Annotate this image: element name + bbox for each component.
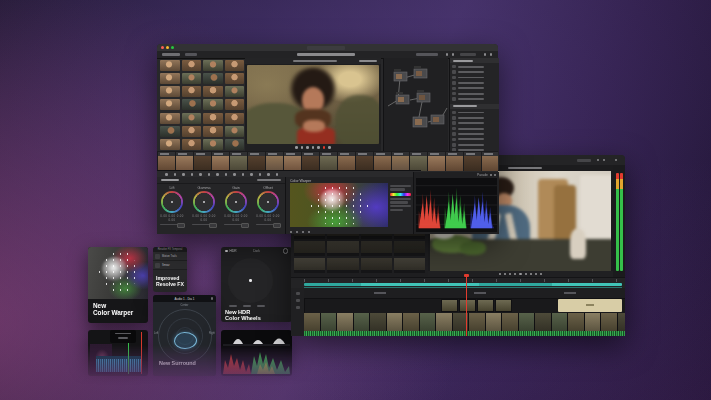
palette-icon[interactable] xyxy=(267,173,270,176)
master-wheel-slider[interactable] xyxy=(256,224,280,226)
media-pool-thumbnail[interactable] xyxy=(182,73,202,84)
media-pool-thumbnail[interactable] xyxy=(203,139,223,150)
media-pool-thumbnail[interactable] xyxy=(160,86,180,97)
transport-icon[interactable] xyxy=(519,273,521,275)
clip-thumbnail[interactable] xyxy=(535,313,552,331)
hdr-color-wheel[interactable] xyxy=(228,258,273,303)
warper-tool-icon[interactable] xyxy=(302,231,304,233)
color-warper-chromaticity-plot[interactable] xyxy=(290,183,388,227)
transport-icon[interactable] xyxy=(514,273,516,275)
timeline-clip[interactable] xyxy=(284,152,301,171)
timeline-clip[interactable] xyxy=(482,152,498,171)
timeline-clip[interactable] xyxy=(266,152,283,171)
media-pool-thumbnail[interactable] xyxy=(225,113,245,124)
gamma-wheel[interactable]: Gamma 0.00 0.00 0.00 0.00 xyxy=(189,186,219,225)
hdr-zone-label[interactable]: Dark xyxy=(221,249,292,253)
master-wheel-slider[interactable] xyxy=(224,224,248,226)
clip-thumbnail[interactable] xyxy=(502,313,519,331)
media-pool-thumbnail[interactable] xyxy=(182,126,202,137)
clip-thumbnail[interactable] xyxy=(459,299,476,312)
clip-thumbnail[interactable] xyxy=(354,313,371,331)
viewer-image-woman-portrait[interactable] xyxy=(247,65,379,144)
timeline-clip[interactable] xyxy=(338,152,355,171)
title-clip[interactable] xyxy=(558,299,622,312)
wheels-mode-label[interactable] xyxy=(257,179,281,181)
palette-icon[interactable] xyxy=(191,173,194,176)
timeline-clip[interactable] xyxy=(374,152,391,171)
toolbar-icon[interactable] xyxy=(490,53,493,56)
media-pool-thumbnail[interactable] xyxy=(203,113,223,124)
warper-tool-icon[interactable] xyxy=(290,231,292,233)
palette-icon[interactable] xyxy=(276,173,279,176)
clip-thumbnail[interactable] xyxy=(495,299,512,312)
track-header-icon[interactable] xyxy=(296,306,300,309)
timeline-clip[interactable] xyxy=(212,152,229,171)
effect-item[interactable] xyxy=(450,96,499,101)
video-clip-group[interactable] xyxy=(441,299,512,312)
media-pool-thumbnail[interactable] xyxy=(182,113,202,124)
mini-timeline[interactable] xyxy=(304,283,622,286)
color-wheel[interactable] xyxy=(225,191,247,213)
edit-toolbar-icon[interactable] xyxy=(597,159,600,162)
toolbar-icon[interactable] xyxy=(446,53,449,56)
palette-icon[interactable] xyxy=(216,173,219,176)
palette-icon[interactable] xyxy=(225,173,228,176)
timeline-clip[interactable] xyxy=(446,152,463,171)
media-pool-thumbnail[interactable] xyxy=(160,99,180,110)
timeline-clip[interactable] xyxy=(248,152,265,171)
warper-control[interactable] xyxy=(390,205,411,207)
media-pool-thumbnail[interactable] xyxy=(394,258,425,273)
palette-icon[interactable] xyxy=(208,173,211,176)
media-pool-thumbnail[interactable] xyxy=(182,86,202,97)
transport-icon[interactable] xyxy=(540,273,542,275)
transport-icon[interactable] xyxy=(509,273,511,275)
warper-tool-icon[interactable] xyxy=(308,231,310,233)
zoom-icon[interactable] xyxy=(171,46,174,49)
stop-icon[interactable] xyxy=(312,146,315,149)
palette-icon[interactable] xyxy=(259,173,262,176)
clip-thumbnail[interactable] xyxy=(321,313,338,331)
clip-thumbnail[interactable] xyxy=(585,313,602,331)
media-pool-thumbnail[interactable] xyxy=(361,258,392,273)
media-pool-thumbnail[interactable] xyxy=(182,99,202,110)
master-wheel-slider[interactable] xyxy=(192,224,216,226)
clip-thumbnail[interactable] xyxy=(370,313,387,331)
media-pool-thumbnail[interactable] xyxy=(361,241,392,256)
hue-strip[interactable] xyxy=(390,193,411,196)
audio-waveform-track[interactable] xyxy=(304,331,625,336)
warper-tool-icon[interactable] xyxy=(296,231,298,233)
transport-icon[interactable] xyxy=(525,273,527,275)
track-header-icon[interactable] xyxy=(296,292,300,295)
media-pool-thumbnail[interactable] xyxy=(182,139,202,150)
transport-icon[interactable] xyxy=(530,273,532,275)
surround-pan-blob[interactable] xyxy=(174,332,197,349)
lift-wheel[interactable]: Lift 0.00 0.00 0.00 0.00 xyxy=(157,186,187,225)
media-pool-button[interactable] xyxy=(162,53,180,55)
clip-thumbnail[interactable] xyxy=(337,313,354,331)
panner-field[interactable]: Center Left Right New Surround xyxy=(153,302,216,376)
media-pool-thumbnail[interactable] xyxy=(294,241,325,256)
gain-wheel[interactable]: Gain 0.00 0.00 0.00 0.00 xyxy=(221,186,251,225)
clip-thumbnail[interactable] xyxy=(477,299,494,312)
edit-toolbar-icon[interactable] xyxy=(603,159,606,162)
media-pool-thumbnail[interactable] xyxy=(225,73,245,84)
track-lane-v1[interactable] xyxy=(304,313,625,331)
timelines-button[interactable] xyxy=(185,53,197,55)
lightbox-button[interactable] xyxy=(416,53,438,55)
timeline-clip[interactable] xyxy=(158,152,175,171)
palette-icon[interactable] xyxy=(233,173,236,176)
timeline-clip[interactable] xyxy=(176,152,193,171)
clip-thumbnail[interactable] xyxy=(304,313,321,331)
media-pool-thumbnail[interactable] xyxy=(203,99,223,110)
timeline-clip[interactable] xyxy=(230,152,247,171)
next-clip-icon[interactable] xyxy=(328,146,331,149)
clip-thumbnail[interactable] xyxy=(436,313,453,331)
playhead[interactable] xyxy=(466,277,467,336)
loop-icon[interactable] xyxy=(323,146,326,149)
transport-icon[interactable] xyxy=(535,273,537,275)
media-pool-thumbnail[interactable] xyxy=(327,258,358,273)
clip-thumbnail[interactable] xyxy=(403,313,420,331)
close-icon[interactable] xyxy=(161,46,164,49)
transport-icon[interactable] xyxy=(504,273,506,275)
track-header-icon[interactable] xyxy=(296,299,300,302)
